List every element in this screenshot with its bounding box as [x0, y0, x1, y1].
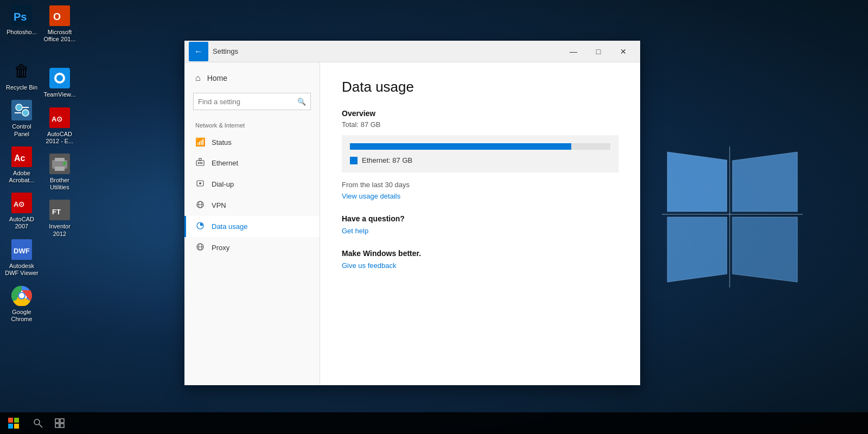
autocad-2007-label: AutoCAD 2007 — [5, 216, 39, 230]
progress-bar-fill — [350, 143, 571, 150]
desktop-icon-dwf-viewer[interactable]: DWF Autodesk DWF Viewer — [3, 237, 41, 279]
chrome-icon — [11, 285, 33, 307]
search-taskbar-button[interactable] — [27, 412, 49, 434]
svg-rect-58 — [55, 419, 59, 423]
view-usage-link[interactable]: View usage details — [342, 192, 400, 200]
feedback-link[interactable]: Give us feedback — [342, 261, 396, 270]
maximize-button[interactable]: □ — [586, 43, 611, 60]
svg-point-34 — [63, 162, 66, 165]
desktop-icon-autocad-2012[interactable]: A⊙ AutoCAD 2012 - E... — [41, 105, 79, 147]
progress-legend: Ethernet: 87 GB — [350, 156, 610, 164]
desktop-icon-google-chrome[interactable]: Google Chrome — [3, 283, 41, 325]
svg-rect-54 — [8, 424, 13, 429]
search-input[interactable] — [198, 98, 297, 106]
home-label: Home — [207, 74, 227, 82]
svg-point-27 — [56, 75, 63, 81]
window-controls: — □ ✕ — [561, 43, 636, 60]
brother-label: Brother Utilities — [43, 177, 76, 191]
settings-body: ⌂ Home 🔍 Network & Internet 📶 Status — [184, 62, 640, 385]
desktop-icon-brother[interactable]: Brother Utilities — [41, 151, 79, 193]
sidebar-item-ethernet[interactable]: Ethernet — [184, 152, 320, 174]
sidebar-home[interactable]: ⌂ Home — [184, 68, 320, 88]
start-button[interactable] — [0, 412, 27, 434]
data-usage-label: Data usage — [212, 222, 248, 231]
photoshop-icon: Ps — [11, 5, 33, 27]
desktop-icon-teamviewer[interactable]: TeamView... — [41, 65, 79, 100]
svg-point-22 — [19, 293, 24, 298]
svg-marker-3 — [732, 217, 797, 282]
svg-point-10 — [22, 110, 29, 116]
teamviewer-label: TeamView... — [43, 91, 75, 98]
svg-text:Ps: Ps — [14, 11, 27, 23]
settings-window: ← Settings — □ ✕ ⌂ Home 🔍 Network & — [184, 41, 640, 385]
back-button[interactable]: ← — [189, 42, 208, 61]
desktop-icon-photoshop[interactable]: Ps Photosho... — [3, 3, 41, 38]
from-days-text: From the last 30 days — [342, 181, 618, 189]
sidebar: ⌂ Home 🔍 Network & Internet 📶 Status — [184, 62, 320, 385]
svg-line-57 — [39, 424, 42, 427]
svg-rect-52 — [8, 418, 13, 423]
acrobat-icon: Ac — [11, 146, 33, 168]
dialup-icon — [195, 179, 205, 189]
recycle-bin-icon: 🗑 — [11, 60, 33, 82]
minimize-button[interactable]: — — [561, 43, 586, 60]
content-area: Data usage Overview Total: 87 GB Etherne… — [320, 62, 640, 385]
overview-total: Total: 87 GB — [342, 120, 618, 129]
inventor-icon: FT — [49, 199, 71, 221]
desktop-icon-autocad-2007[interactable]: A⊙ AutoCAD 2007 — [3, 190, 41, 232]
overview-title: Overview — [342, 109, 618, 118]
svg-rect-40 — [201, 162, 202, 164]
desktop-icon-inventor[interactable]: FT Inventor 2012 — [41, 197, 79, 239]
get-help-link[interactable]: Get help — [342, 227, 368, 235]
svg-rect-61 — [60, 424, 64, 427]
title-bar: ← Settings — □ ✕ — [184, 41, 640, 62]
window-title: Settings — [213, 47, 561, 55]
search-box: 🔍 — [193, 93, 311, 110]
sidebar-item-status[interactable]: 📶 Status — [184, 132, 320, 152]
svg-text:O: O — [53, 11, 61, 22]
desktop-icon-ms-office[interactable]: O Microsoft Office 201... — [41, 3, 79, 45]
ms-office-label: Microsoft Office 201... — [43, 29, 76, 43]
autocad-2012-icon: A⊙ — [49, 107, 71, 129]
close-button[interactable]: ✕ — [611, 43, 636, 60]
progress-area: Ethernet: 87 GB — [342, 135, 618, 173]
vpn-label: VPN — [212, 201, 226, 209]
teamviewer-icon — [49, 67, 71, 89]
control-panel-label: Control Panel — [5, 123, 39, 137]
svg-rect-38 — [198, 162, 199, 164]
svg-rect-32 — [55, 158, 65, 161]
vpn-icon — [195, 200, 205, 210]
page-title: Data usage — [342, 79, 618, 95]
dwf-viewer-icon: DWF — [11, 239, 33, 260]
task-view-button[interactable] — [49, 412, 71, 434]
desktop-icons-col1: Ps Photosho... 🗑 Recycle Bin Control Pan… — [3, 3, 41, 325]
taskbar — [0, 412, 868, 434]
svg-text:A⊙: A⊙ — [14, 200, 24, 208]
legend-color-box — [350, 157, 358, 164]
svg-rect-41 — [199, 158, 201, 161]
recycle-bin-label: Recycle Bin — [6, 84, 37, 91]
autocad-2012-label: AutoCAD 2012 - E... — [43, 131, 76, 145]
chrome-label: Google Chrome — [5, 309, 39, 323]
sidebar-item-data-usage[interactable]: Data usage — [184, 216, 320, 237]
desktop-icon-control-panel[interactable]: Control Panel — [3, 97, 41, 139]
windows-logo — [662, 146, 803, 288]
control-panel-icon — [11, 99, 33, 121]
svg-rect-53 — [14, 418, 19, 423]
ethernet-icon — [195, 158, 205, 168]
svg-rect-59 — [60, 419, 64, 423]
acrobat-label: Adobe Acrobat... — [5, 170, 39, 184]
photoshop-label: Photosho... — [7, 29, 37, 36]
inventor-label: Inventor 2012 — [43, 223, 76, 237]
svg-rect-8 — [11, 100, 32, 120]
sidebar-item-dialup[interactable]: Dial-up — [184, 174, 320, 195]
desktop-icon-adobe-acrobat[interactable]: Ac Adobe Acrobat... — [3, 144, 41, 186]
desktop-icon-recycle-bin[interactable]: 🗑 Recycle Bin — [3, 58, 41, 93]
sidebar-item-vpn[interactable]: VPN — [184, 195, 320, 216]
legend-label: Ethernet: 87 GB — [362, 156, 412, 164]
sidebar-item-proxy[interactable]: Proxy — [184, 237, 320, 258]
svg-rect-33 — [55, 167, 65, 171]
status-icon: 📶 — [195, 137, 205, 147]
svg-rect-55 — [14, 424, 19, 429]
svg-text:Ac: Ac — [14, 154, 25, 163]
